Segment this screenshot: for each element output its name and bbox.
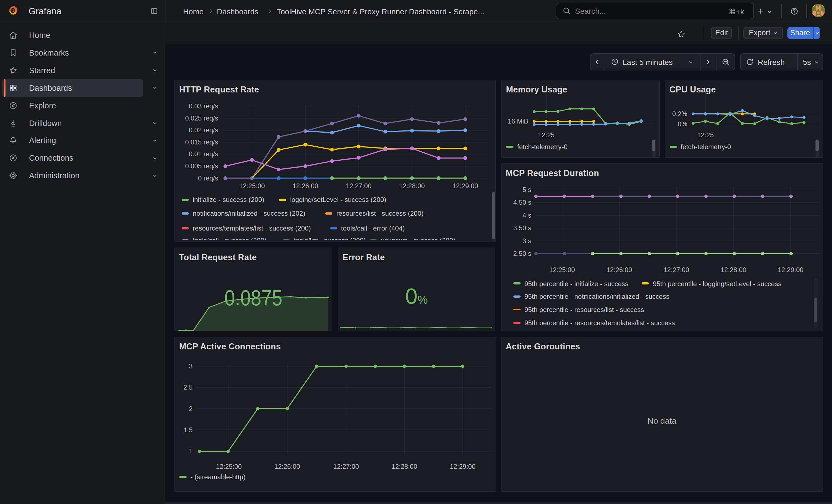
svg-text:0.03 req/s: 0.03 req/s <box>189 102 218 110</box>
svg-text:16 MiB: 16 MiB <box>508 117 528 125</box>
svg-text:12:25:00: 12:25:00 <box>549 266 574 273</box>
svg-text:12:25: 12:25 <box>697 131 714 139</box>
svg-text:1.5: 1.5 <box>183 426 192 433</box>
svg-text:12:27:00: 12:27:00 <box>663 266 688 273</box>
svg-text:12:29:00: 12:29:00 <box>452 182 478 190</box>
svg-text:12:28:00: 12:28:00 <box>399 182 424 190</box>
svg-text:12:28:00: 12:28:00 <box>391 463 417 470</box>
svg-text:0.02 req/s: 0.02 req/s <box>189 126 218 134</box>
svg-text:12:26:00: 12:26:00 <box>292 182 318 190</box>
svg-text:12:29:00: 12:29:00 <box>450 463 475 470</box>
svg-text:12:26:00: 12:26:00 <box>606 266 632 273</box>
svg-text:12:27:00: 12:27:00 <box>346 182 371 190</box>
svg-text:1: 1 <box>189 447 192 455</box>
svg-text:12:26:00: 12:26:00 <box>274 463 300 470</box>
svg-text:0.025 req/s: 0.025 req/s <box>185 114 218 122</box>
svg-text:0.015 req/s: 0.015 req/s <box>185 138 218 146</box>
svg-text:2: 2 <box>189 405 192 413</box>
svg-text:5 s: 5 s <box>522 186 531 193</box>
svg-text:3.50 s: 3.50 s <box>513 224 531 232</box>
svg-text:12:29:00: 12:29:00 <box>778 266 803 273</box>
svg-text:0.005 req/s: 0.005 req/s <box>185 162 218 170</box>
svg-text:12:25: 12:25 <box>538 131 555 139</box>
svg-text:4 s: 4 s <box>522 212 531 219</box>
svg-text:12:25:00: 12:25:00 <box>216 463 241 470</box>
svg-text:2.5: 2.5 <box>183 383 192 391</box>
svg-text:0.01 req/s: 0.01 req/s <box>189 150 218 158</box>
svg-text:2.50 s: 2.50 s <box>513 250 531 257</box>
svg-text:4.50 s: 4.50 s <box>513 198 531 206</box>
svg-text:12:28:00: 12:28:00 <box>720 266 746 273</box>
svg-text:12:25:00: 12:25:00 <box>239 182 265 190</box>
svg-text:0%: 0% <box>678 120 687 128</box>
svg-text:12:27:00: 12:27:00 <box>333 463 359 470</box>
svg-text:3 s: 3 s <box>522 237 531 244</box>
svg-text:3: 3 <box>189 362 192 370</box>
svg-text:0 req/s: 0 req/s <box>198 175 218 182</box>
svg-text:0.2%: 0.2% <box>672 110 687 117</box>
